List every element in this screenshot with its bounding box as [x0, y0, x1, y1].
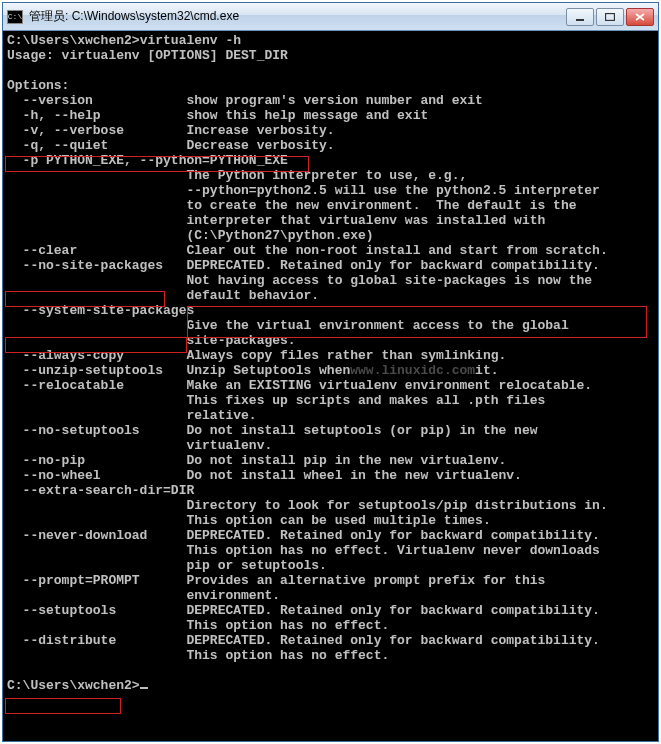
opt-nosite: --no-site-packages — [7, 258, 186, 273]
usage-line: Usage: virtualenv [OPTIONS] DEST_DIR — [7, 48, 288, 63]
opt-help: -h, --help — [7, 108, 186, 123]
opt-version-desc: show program's version number and exit — [186, 93, 482, 108]
opt-prompt-desc2: environment. — [7, 588, 280, 603]
minimize-button[interactable] — [566, 8, 594, 26]
opt-python: -p PYTHON_EXE, --python=PYTHON_EXE — [7, 153, 288, 168]
opt-python-desc4: interpreter that virtualenv was installe… — [7, 213, 545, 228]
opt-syssite-desc1: Give the virtual environment access to t… — [7, 318, 569, 333]
opt-nosetup-desc1: Do not install setuptools (or pip) in th… — [186, 423, 537, 438]
opt-nowheel: --no-wheel — [7, 468, 186, 483]
terminal-output[interactable]: C:\Users\xwchen2>virtualenv -h Usage: vi… — [3, 31, 658, 741]
svg-rect-1 — [606, 13, 615, 20]
opt-distribute-desc1: DEPRECATED. Retained only for backward c… — [186, 633, 599, 648]
cursor — [140, 687, 148, 689]
opt-verbose: -v, --verbose — [7, 123, 186, 138]
prompt: C:\Users\xwchen2> — [7, 33, 140, 48]
opt-unzip-desc-a: Unzip Setuptools when — [186, 363, 350, 378]
opt-syssite-desc2: site-packages. — [7, 333, 296, 348]
opt-neverdl-desc2: This option has no effect. Virtualenv ne… — [7, 543, 600, 558]
opt-extrasearch: --extra-search-dir=DIR — [7, 483, 194, 498]
maximize-icon — [605, 13, 615, 21]
titlebar[interactable]: C:\ 管理员: C:\Windows\system32\cmd.exe — [3, 3, 658, 31]
close-icon — [635, 13, 645, 21]
opt-alwayscopy: --always-copy — [7, 348, 186, 363]
opt-neverdl: --never-download — [7, 528, 186, 543]
opt-extrasearch-desc2: This option can be used multiple times. — [7, 513, 491, 528]
opt-extrasearch-desc1: Directory to look for setuptools/pip dis… — [7, 498, 608, 513]
opt-reloc: --relocatable — [7, 378, 186, 393]
prompt: C:\Users\xwchen2> — [7, 678, 140, 693]
opt-prompt-desc1: Provides an alternative prompt prefix fo… — [186, 573, 545, 588]
opt-python-desc3: to create the new environment. The defau… — [7, 198, 577, 213]
opt-unzip-desc-c: it. — [475, 363, 498, 378]
opt-clear-desc: Clear out the non-root install and start… — [186, 243, 607, 258]
opt-verbose-desc: Increase verbosity. — [186, 123, 334, 138]
opt-nosite-desc1: DEPRECATED. Retained only for backward c… — [186, 258, 599, 273]
opt-reloc-desc2: This fixes up scripts and makes all .pth… — [7, 393, 545, 408]
opt-distribute: --distribute — [7, 633, 186, 648]
close-button[interactable] — [626, 8, 654, 26]
opt-setuptools: --setuptools — [7, 603, 186, 618]
opt-nopip: --no-pip — [7, 453, 186, 468]
opt-nosetup-desc2: virtualenv. — [7, 438, 272, 453]
cmd-icon: C:\ — [7, 10, 23, 24]
opt-python-desc2: --python=python2.5 will use the python2.… — [7, 183, 600, 198]
opt-clear: --clear — [7, 243, 186, 258]
options-header: Options: — [7, 78, 69, 93]
opt-syssite: --system-site-packages — [7, 303, 194, 318]
opt-version: --version — [7, 93, 186, 108]
opt-neverdl-desc1: DEPRECATED. Retained only for backward c… — [186, 528, 599, 543]
minimize-icon — [575, 13, 585, 21]
opt-setuptools-desc1: DEPRECATED. Retained only for backward c… — [186, 603, 599, 618]
opt-setuptools-desc2: This option has no effect. — [7, 618, 389, 633]
window-title: 管理员: C:\Windows\system32\cmd.exe — [29, 8, 560, 25]
opt-neverdl-desc3: pip or setuptools. — [7, 558, 327, 573]
opt-alwayscopy-desc: Always copy files rather than symlinking… — [186, 348, 506, 363]
opt-python-desc5: (C:\Python27\python.exe) — [7, 228, 374, 243]
window-controls — [566, 8, 654, 26]
opt-nopip-desc: Do not install pip in the new virtualenv… — [186, 453, 506, 468]
opt-nosite-desc3: default behavior. — [7, 288, 319, 303]
opt-quiet: -q, --quiet — [7, 138, 186, 153]
opt-unzip: --unzip-setuptools — [7, 363, 186, 378]
opt-reloc-desc3: relative. — [7, 408, 257, 423]
opt-nowheel-desc: Do not install wheel in the new virtuale… — [186, 468, 521, 483]
opt-distribute-desc2: This option has no effect. — [7, 648, 389, 663]
cmd-window: C:\ 管理员: C:\Windows\system32\cmd.exe C:\… — [2, 2, 659, 742]
watermark-text: www.linuxidc.com — [350, 363, 475, 378]
hl-distribute — [5, 698, 121, 714]
opt-python-desc1: The Python interpreter to use, e.g., — [7, 168, 467, 183]
svg-rect-0 — [576, 19, 584, 21]
opt-quiet-desc: Decrease verbosity. — [186, 138, 334, 153]
opt-prompt: --prompt=PROMPT — [7, 573, 186, 588]
opt-nosite-desc2: Not having access to global site-package… — [7, 273, 592, 288]
maximize-button[interactable] — [596, 8, 624, 26]
command-text: virtualenv -h — [140, 33, 241, 48]
opt-nosetup: --no-setuptools — [7, 423, 186, 438]
opt-help-desc: show this help message and exit — [186, 108, 428, 123]
opt-reloc-desc1: Make an EXISTING virtualenv environment … — [186, 378, 592, 393]
